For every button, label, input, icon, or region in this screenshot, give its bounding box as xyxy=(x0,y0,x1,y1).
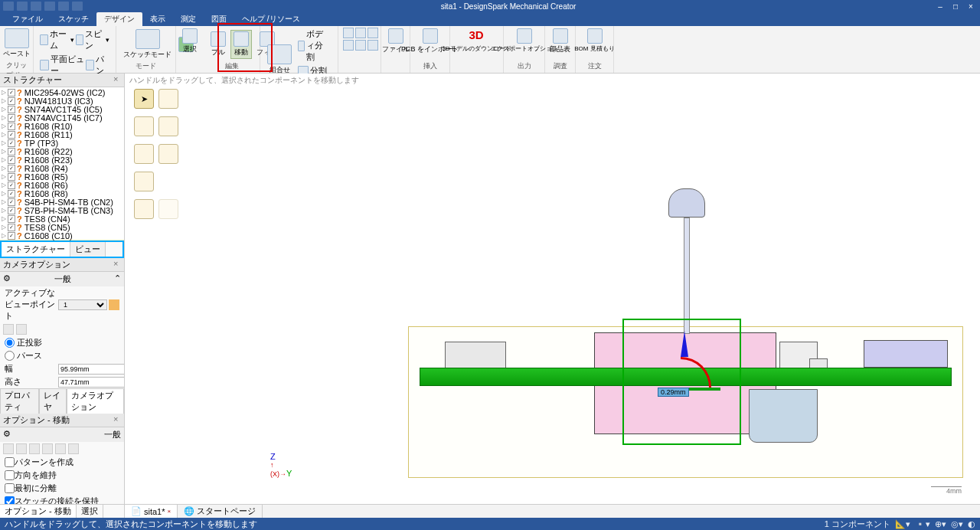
view-triad[interactable]: Z↑(X)→Y xyxy=(270,452,292,478)
misc-icon[interactable] xyxy=(343,40,354,51)
viewpoint-select[interactable]: 1 xyxy=(58,299,107,310)
document-tab[interactable]: 📄sita1*× xyxy=(125,505,178,518)
qat-redo-icon[interactable] xyxy=(58,2,69,11)
tree-item[interactable]: ▷✓?R1608 (R22) xyxy=(0,147,124,155)
status-icon[interactable]: ◐ xyxy=(968,519,975,529)
panel-close-icon[interactable]: × xyxy=(113,74,121,86)
qat-drop-icon[interactable] xyxy=(72,2,83,11)
close-button[interactable]: × xyxy=(965,2,977,11)
tree-item[interactable]: ▷✓?TP (TP3) xyxy=(0,139,124,147)
opt-icon[interactable] xyxy=(3,443,14,454)
tab-close-icon[interactable]: × xyxy=(168,508,172,515)
status-icon[interactable]: ▫️▾ xyxy=(915,519,930,529)
tab-selection[interactable]: 選択 xyxy=(77,505,103,518)
bodysplit-button[interactable]: ボディ分割 xyxy=(296,28,333,64)
opt-icon[interactable] xyxy=(55,443,66,454)
status-icon[interactable]: ◎▾ xyxy=(951,519,963,529)
tree-item[interactable]: ▷✓?TES8 (CN5) xyxy=(0,223,124,231)
tab-help[interactable]: ヘルプ /リソース xyxy=(234,12,308,26)
general-section[interactable]: ⚙ 一般⌃ xyxy=(0,272,124,286)
width-input[interactable] xyxy=(58,364,124,375)
bom-button[interactable]: 部品表 xyxy=(550,28,570,55)
tree-item[interactable]: ▷✓?C1608 (C10) xyxy=(0,231,124,240)
tab-display[interactable]: 表示 xyxy=(142,12,173,26)
opt-icon[interactable] xyxy=(29,443,40,454)
pcb-import-button[interactable]: PCB をインポート xyxy=(415,28,445,55)
tree-item[interactable]: ▷✓?R1608 (R23) xyxy=(0,155,124,164)
misc-icon[interactable] xyxy=(355,40,366,51)
options-general[interactable]: ⚙ 一般 xyxy=(0,427,124,442)
tree-item[interactable]: ▷✓?SN74AVC1T45 (IC7) xyxy=(0,113,124,122)
tab-camera-option[interactable]: カメラオプション xyxy=(67,388,124,414)
options-toolbar xyxy=(0,442,124,456)
misc-icon[interactable] xyxy=(368,40,378,51)
opt-icon[interactable] xyxy=(68,443,79,454)
tab-measure[interactable]: 測定 xyxy=(173,12,204,26)
qat-undo-icon[interactable] xyxy=(44,2,55,11)
tab-options-move[interactable]: オプション - 移動 xyxy=(0,505,77,518)
opt-icon[interactable] xyxy=(42,443,53,454)
cam-icon[interactable] xyxy=(3,324,14,335)
paste-button[interactable]: ペースト xyxy=(5,28,28,60)
projection-persp[interactable]: パース xyxy=(0,349,124,362)
qat-open-icon[interactable] xyxy=(17,2,28,11)
tab-design[interactable]: デザイン xyxy=(96,12,142,26)
structure-tree[interactable]: ▷✓?MIC2954-02WS (IC2)▷✓?NJW4181U3 (IC3)▷… xyxy=(0,87,124,240)
canvas-area[interactable]: ハンドルをドラッグして、選択されたコンポーネントを移動します ➤ xyxy=(125,74,980,518)
tab-file[interactable]: ファイル xyxy=(5,12,51,26)
pull-button[interactable]: プル xyxy=(208,31,228,58)
status-icon[interactable]: ⊕▾ xyxy=(935,519,946,529)
tab-layer[interactable]: レイヤ xyxy=(39,388,67,414)
tree-item[interactable]: ▷✓?S7B-PH-SM4-TB (CN3) xyxy=(0,206,124,214)
window-title: sita1 - DesignSpark Mechanical Creator xyxy=(83,2,934,11)
tab-structure[interactable]: ストラクチャー xyxy=(2,242,70,257)
combine-button[interactable]: 組合せ xyxy=(265,44,294,76)
dimension-label[interactable]: 0.29mm xyxy=(658,388,689,397)
cylinder-component[interactable] xyxy=(668,188,705,334)
tree-item[interactable]: ▷✓?R1608 (R4) xyxy=(0,164,124,172)
maximize-button[interactable]: □ xyxy=(949,2,962,11)
gizmo-z-axis[interactable] xyxy=(681,331,688,357)
tree-item[interactable]: ▷✓?TES8 (CN4) xyxy=(0,214,124,223)
home-button[interactable]: ホーム ▾ スピン ▾ xyxy=(38,28,111,52)
tree-item[interactable]: ▷✓?MIC2954-02WS (IC2) xyxy=(0,88,124,97)
select-button[interactable]: 選択 xyxy=(181,28,199,55)
viewport[interactable]: 0.29mm Z↑(X)→Y 4mm xyxy=(125,74,980,518)
panel-close-icon[interactable]: × xyxy=(113,414,121,426)
checkbox-detach[interactable]: 最初に分離 xyxy=(0,482,124,495)
checkbox-sketch[interactable]: スケッチの接続を保持 xyxy=(0,495,124,504)
export-options-button[interactable]: エクスポートオプション xyxy=(508,28,540,54)
qat-save-icon[interactable] xyxy=(31,2,41,11)
tree-item[interactable]: ▷✓?NJW4181U3 (IC3) xyxy=(0,97,124,105)
tree-item[interactable]: ▷✓?R1608 (R10) xyxy=(0,122,124,130)
height-input[interactable] xyxy=(58,377,124,388)
cam-icon[interactable] xyxy=(16,324,27,335)
tab-drawing[interactable]: 図面 xyxy=(204,12,234,26)
status-icon[interactable]: 📐▾ xyxy=(895,519,910,529)
misc-icon[interactable] xyxy=(343,28,354,38)
viewpoint-add-icon[interactable] xyxy=(109,299,119,310)
misc-icon[interactable] xyxy=(355,28,366,38)
document-tab-start[interactable]: 🌐スタートページ xyxy=(178,505,263,518)
tree-item[interactable]: ▷✓?SN74AVC1T45 (IC5) xyxy=(0,105,124,113)
move-button[interactable]: 移動 xyxy=(230,30,252,59)
checkbox-pattern[interactable]: パターンを作成 xyxy=(0,456,124,469)
projection-ortho[interactable]: 正投影 xyxy=(0,336,124,349)
component[interactable] xyxy=(749,389,818,443)
tree-item[interactable]: ▷✓?R1608 (R5) xyxy=(0,172,124,181)
sketchmode-button[interactable]: スケッチモード xyxy=(121,28,174,61)
tab-view[interactable]: ビュー xyxy=(70,242,106,257)
tree-item[interactable]: ▷✓?R1608 (R11) xyxy=(0,130,124,139)
misc-icon[interactable] xyxy=(368,28,378,38)
tab-sketch[interactable]: スケッチ xyxy=(51,12,96,26)
tab-property[interactable]: プロパティ xyxy=(0,388,39,414)
tree-item[interactable]: ▷✓?R1608 (R6) xyxy=(0,181,124,189)
tree-item[interactable]: ▷✓?R1608 (R8) xyxy=(0,189,124,198)
tree-item[interactable]: ▷✓?S4B-PH-SM4-TB (CN2) xyxy=(0,198,124,206)
checkbox-orient[interactable]: 方向を維持 xyxy=(0,469,124,482)
opt-icon[interactable] xyxy=(16,443,27,454)
bom-quote-button[interactable]: BOM 見積もり xyxy=(580,28,609,54)
component[interactable] xyxy=(864,340,948,368)
minimize-button[interactable]: – xyxy=(934,2,946,11)
panel-close-icon[interactable]: × xyxy=(113,259,121,270)
